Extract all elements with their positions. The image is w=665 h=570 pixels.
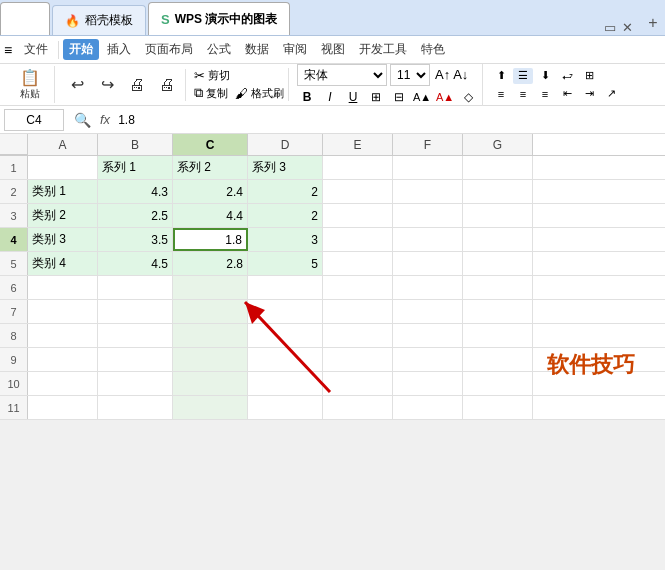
cell-C8[interactable] (173, 324, 248, 347)
cell-E8[interactable] (323, 324, 393, 347)
cell-B5[interactable]: 4.5 (98, 252, 173, 275)
menu-formula[interactable]: 公式 (201, 39, 237, 60)
cell-G7[interactable] (463, 300, 533, 323)
cell-G11[interactable] (463, 396, 533, 419)
print-preview-button[interactable]: 🖨 (153, 69, 181, 101)
cell-B2[interactable]: 4.3 (98, 180, 173, 203)
cell-C3[interactable]: 4.4 (173, 204, 248, 227)
tab-template[interactable]: 🔥 稻壳模板 (52, 5, 146, 35)
cell-C7[interactable] (173, 300, 248, 323)
cell-B1[interactable]: 系列 1 (98, 156, 173, 179)
cell-F6[interactable] (393, 276, 463, 299)
menu-review[interactable]: 审阅 (277, 39, 313, 60)
cell-G9[interactable] (463, 348, 533, 371)
cell-C4[interactable]: 1.8 (173, 228, 248, 251)
cell-A5[interactable]: 类别 4 (28, 252, 98, 275)
merge-center-button[interactable]: ⊞ (579, 68, 599, 84)
cell-E1[interactable] (323, 156, 393, 179)
col-header-C[interactable]: C (173, 134, 248, 155)
cell-B9[interactable] (98, 348, 173, 371)
font-size-select[interactable]: 11 (390, 64, 430, 86)
align-center-button[interactable]: ≡ (513, 86, 533, 102)
cell-E5[interactable] (323, 252, 393, 275)
font-size-down-icon[interactable]: A↓ (453, 67, 468, 82)
col-header-F[interactable]: F (393, 134, 463, 155)
menu-start[interactable]: 开始 (63, 39, 99, 60)
cell-C2[interactable]: 2.4 (173, 180, 248, 203)
cell-A10[interactable] (28, 372, 98, 395)
print-button[interactable]: 🖨 (123, 69, 151, 101)
cell-D11[interactable] (248, 396, 323, 419)
font-size-up-icon[interactable]: A↑ (435, 67, 450, 82)
cell-A2[interactable]: 类别 1 (28, 180, 98, 203)
font-color-button[interactable]: A▲ (435, 88, 455, 106)
clear-button[interactable]: ◇ (458, 88, 478, 106)
cell-C11[interactable] (173, 396, 248, 419)
cell-E11[interactable] (323, 396, 393, 419)
cell-D8[interactable] (248, 324, 323, 347)
cell-F3[interactable] (393, 204, 463, 227)
cell-D9[interactable] (248, 348, 323, 371)
cell-D10[interactable] (248, 372, 323, 395)
font-name-select[interactable]: 宋体 (297, 64, 387, 86)
cell-A8[interactable] (28, 324, 98, 347)
redo-button[interactable]: ↪ (93, 69, 121, 101)
cell-F4[interactable] (393, 228, 463, 251)
tab-home[interactable]: 首页 (0, 2, 50, 35)
col-header-E[interactable]: E (323, 134, 393, 155)
col-header-G[interactable]: G (463, 134, 533, 155)
wrap-text-button[interactable]: ⮐ (557, 68, 577, 84)
align-top-button[interactable]: ⬆ (491, 68, 511, 84)
menu-view[interactable]: 视图 (315, 39, 351, 60)
cell-D5[interactable]: 5 (248, 252, 323, 275)
window-close-icon[interactable]: ✕ (622, 20, 633, 35)
italic-button[interactable]: I (320, 88, 340, 106)
cell-A4[interactable]: 类别 3 (28, 228, 98, 251)
cell-F9[interactable] (393, 348, 463, 371)
align-bottom-button[interactable]: ⬇ (535, 68, 555, 84)
cell-F7[interactable] (393, 300, 463, 323)
menu-special[interactable]: 特色 (415, 39, 451, 60)
cell-E9[interactable] (323, 348, 393, 371)
formula-input[interactable]: 1.8 (114, 109, 661, 131)
cell-G6[interactable] (463, 276, 533, 299)
cell-C1[interactable]: 系列 2 (173, 156, 248, 179)
cell-F8[interactable] (393, 324, 463, 347)
cell-G3[interactable] (463, 204, 533, 227)
cell-C5[interactable]: 2.8 (173, 252, 248, 275)
cell-B3[interactable]: 2.5 (98, 204, 173, 227)
menu-data[interactable]: 数据 (239, 39, 275, 60)
menu-dev-tools[interactable]: 开发工具 (353, 39, 413, 60)
cell-A9[interactable] (28, 348, 98, 371)
menu-page-layout[interactable]: 页面布局 (139, 39, 199, 60)
cell-F2[interactable] (393, 180, 463, 203)
cell-C9[interactable] (173, 348, 248, 371)
col-header-D[interactable]: D (248, 134, 323, 155)
increase-indent-button[interactable]: ⇥ (579, 86, 599, 102)
cell-C10[interactable] (173, 372, 248, 395)
cell-E10[interactable] (323, 372, 393, 395)
tab-wps-chart[interactable]: S WPS 演示中的图表 (148, 2, 290, 35)
cell-A7[interactable] (28, 300, 98, 323)
cell-G4[interactable] (463, 228, 533, 251)
cell-F1[interactable] (393, 156, 463, 179)
cell-G10[interactable] (463, 372, 533, 395)
cell-A6[interactable] (28, 276, 98, 299)
cell-D4[interactable]: 3 (248, 228, 323, 251)
decrease-indent-button[interactable]: ⇤ (557, 86, 577, 102)
menu-file[interactable]: 文件 (18, 39, 54, 60)
cell-A3[interactable]: 类别 2 (28, 204, 98, 227)
cell-E2[interactable] (323, 180, 393, 203)
cell-B7[interactable] (98, 300, 173, 323)
tab-add-button[interactable]: + (641, 11, 665, 35)
cell-B6[interactable] (98, 276, 173, 299)
cell-D1[interactable]: 系列 3 (248, 156, 323, 179)
bold-button[interactable]: B (297, 88, 317, 106)
cell-B8[interactable] (98, 324, 173, 347)
cell-B4[interactable]: 3.5 (98, 228, 173, 251)
cell-G1[interactable] (463, 156, 533, 179)
cell-E7[interactable] (323, 300, 393, 323)
cell-F10[interactable] (393, 372, 463, 395)
cell-E6[interactable] (323, 276, 393, 299)
window-minimize-icon[interactable]: ▭ (604, 20, 616, 35)
